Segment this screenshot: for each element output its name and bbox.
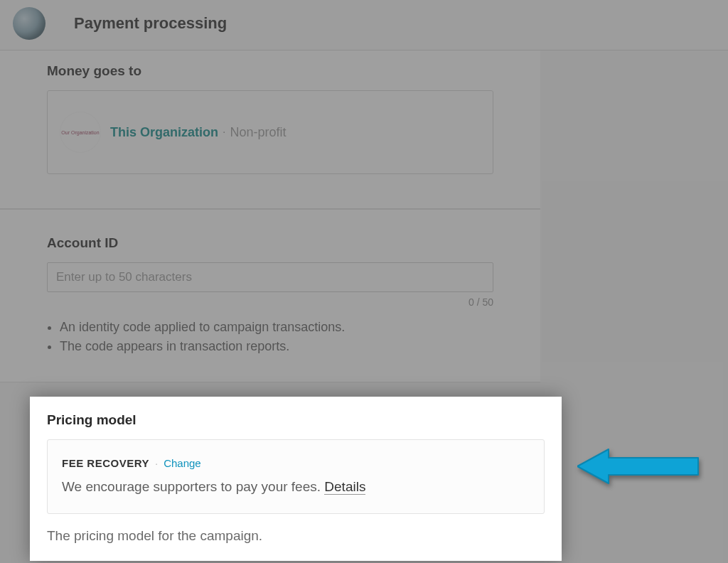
pricing-heading: Pricing model (47, 412, 545, 428)
organization-name: This Organization (110, 125, 218, 140)
pricing-model-card: FEE RECOVERY · Change We encourage suppo… (47, 439, 545, 514)
pricing-model-panel: Pricing model FEE RECOVERY · Change We e… (30, 397, 562, 561)
organization-card[interactable]: Our Organization This Organization · Non… (47, 90, 493, 174)
account-id-section: Account ID 0 / 50 An identity code appli… (0, 209, 540, 382)
pricing-model-description: We encourage supporters to pay your fees… (62, 479, 530, 495)
separator-dot: · (223, 126, 225, 139)
account-id-input[interactable] (47, 262, 493, 292)
list-item: An identity code applied to campaign tra… (60, 318, 493, 337)
callout-arrow-icon (577, 445, 705, 496)
money-goes-to-section: Money goes to Our Organization This Orga… (0, 50, 540, 208)
pricing-description-text: We encourage supporters to pay your fees… (62, 479, 324, 494)
svg-marker-0 (577, 449, 698, 483)
avatar[interactable] (13, 7, 46, 40)
money-heading: Money goes to (47, 63, 493, 79)
list-item: The code appears in transaction reports. (60, 337, 493, 356)
separator-dot: · (155, 457, 158, 469)
change-link[interactable]: Change (164, 457, 201, 469)
organization-type: Non-profit (230, 125, 286, 140)
pricing-model-name: FEE RECOVERY (62, 457, 149, 469)
pricing-model-row: FEE RECOVERY · Change (62, 457, 530, 469)
pricing-caption: The pricing model for the campaign. (47, 528, 545, 544)
details-link[interactable]: Details (324, 479, 365, 495)
page-header: Payment processing (0, 0, 728, 50)
account-id-heading: Account ID (47, 235, 493, 251)
page-title: Payment processing (74, 14, 227, 33)
character-counter: 0 / 50 (47, 296, 493, 308)
account-id-help-list: An identity code applied to campaign tra… (60, 318, 493, 356)
organization-logo: Our Organization (60, 112, 100, 152)
